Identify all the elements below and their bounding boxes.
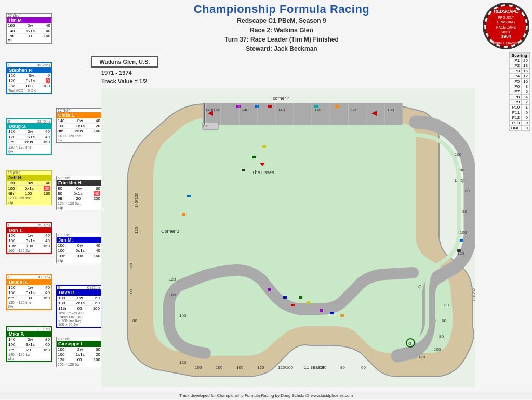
- svg-rect-52: [236, 105, 241, 108]
- main-title: Championship Formula Racing: [83, 3, 480, 16]
- page-header: Championship Formula Racing Redscape C1 …: [83, 3, 480, 54]
- svg-rect-69: [320, 309, 323, 312]
- svg-text:100: 100: [236, 365, 244, 370]
- svg-text:Corner 3: Corner 3: [161, 229, 179, 234]
- svg-text:RACE CARS: RACE CARS: [496, 25, 516, 29]
- svg-text:100: 100: [129, 289, 134, 296]
- player-card-doug: B21 (5th) Doug S. 1200w40 1200x1s40 3rd1…: [6, 118, 52, 155]
- track-years: 1971 - 1974: [101, 70, 132, 76]
- svg-rect-55: [314, 105, 318, 108]
- svg-text:100: 100: [434, 347, 441, 352]
- svg-text:The Esses: The Esses: [252, 170, 274, 175]
- svg-rect-59: [242, 169, 245, 171]
- svg-rect-61: [182, 213, 185, 216]
- footer: Track developed for Championship Formula…: [0, 392, 532, 399]
- track-value: Track Value = 1/2: [101, 78, 147, 84]
- svg-text:100: 100: [387, 108, 394, 112]
- svg-text:60: 60: [442, 318, 446, 323]
- jim-name: Jim M.: [57, 237, 101, 243]
- svg-text:100: 100: [216, 365, 223, 370]
- giuseppe-name: Giuseppe I.: [57, 341, 101, 347]
- svg-rect-63: [283, 296, 287, 299]
- svg-text:80: 80: [439, 334, 444, 339]
- svg-text:120/100: 120/100: [278, 365, 293, 370]
- svg-rect-65: [291, 304, 295, 306]
- stephen-name: Stephen P.: [7, 67, 51, 73]
- player-card-dave: B0 (12th) Dave B. 1000w60 1802x1s60 11th…: [56, 285, 102, 328]
- svg-text:PROUDLY: PROUDLY: [498, 16, 514, 19]
- svg-text:60: 60: [465, 189, 470, 193]
- franklin-name: Franklin H.: [57, 180, 101, 186]
- svg-text:140: 140: [314, 108, 322, 112]
- svg-text:120: 120: [129, 263, 134, 270]
- svg-text:80: 80: [460, 168, 464, 172]
- track-name-box: Watkins Glen, U.S.: [91, 56, 158, 68]
- svg-text:80: 80: [132, 318, 137, 323]
- svg-text:100: 100: [320, 365, 327, 370]
- logo: REDSCAPE PROUDLY CRASHING RACE CARS SINC…: [483, 3, 529, 49]
- svg-text:G: G: [408, 341, 411, 346]
- chris-name: Chris L.: [57, 112, 101, 118]
- scoring-table: Scoring P125 P218 P315 P412 P510 P68 P76…: [509, 52, 530, 131]
- track-diagram: 140/120 140 140 140 120 100 corner 4 Loo…: [101, 88, 475, 387]
- svg-rect-56: [335, 105, 339, 108]
- tim-name: Tim M: [7, 17, 51, 23]
- don-name: Don T.: [7, 227, 51, 233]
- svg-text:120: 120: [179, 360, 187, 365]
- svg-text:120: 120: [169, 277, 176, 282]
- svg-text:140/120: 140/120: [134, 193, 139, 208]
- svg-text:80: 80: [340, 365, 345, 370]
- svg-rect-70: [330, 312, 334, 314]
- svg-text:corner 4: corner 4: [273, 96, 290, 101]
- svg-rect-58: [252, 156, 256, 158]
- dave-name: Dave B.: [57, 289, 101, 296]
- svg-text:100: 100: [195, 365, 202, 370]
- jeff-name: Jeff H.: [7, 175, 51, 181]
- svg-text:100: 100: [169, 292, 176, 297]
- player-card-tim: 27 (3rd) Tim M 1600w40 1401x1s40 1st1001…: [6, 13, 52, 44]
- player-card-jeff: 13 (6th) Jeff H. 1200w40 1000x1s20 4th10…: [6, 170, 52, 205]
- logo-svg: REDSCAPE PROUDLY CRASHING RACE CARS SINC…: [484, 3, 528, 49]
- svg-rect-71: [340, 314, 344, 317]
- footer-text: Track developed for Championship Formula…: [179, 393, 353, 398]
- svg-text:100: 100: [179, 313, 187, 318]
- svg-text:120: 120: [418, 355, 425, 359]
- bruce-name: Bruce R.: [7, 279, 51, 285]
- player-card-bruce: B18 (8th) Bruce R. 1201w40 1000x1s40 6th…: [6, 274, 52, 310]
- svg-rect-53: [255, 105, 259, 108]
- subtitle-4: Steward: Jack Beckman: [83, 44, 480, 54]
- player-card-jim: 1 (11th) Jim M. 1000w40 1000x1s40 10th10…: [56, 233, 102, 263]
- svg-rect-68: [457, 249, 461, 252]
- svg-rect-60: [187, 195, 191, 197]
- svg-rect-62: [268, 288, 271, 291]
- svg-text:60: 60: [361, 365, 366, 370]
- svg-text:120: 120: [257, 365, 264, 370]
- player-card-don: B25 (4th) Don T. 1601w40 1003x1s40 10th1…: [6, 222, 52, 254]
- svg-rect-67: [460, 239, 463, 242]
- subtitle-3: Turn 37: Race Leader (Tim M) Finished: [83, 35, 480, 44]
- svg-text:80: 80: [444, 303, 449, 308]
- subtitle-2: Race 2: Watkins Glen: [83, 25, 480, 35]
- mike-name: Mike P.: [7, 331, 51, 337]
- subtitle-1: Redscape C1 PBeM, Season 9: [83, 16, 480, 25]
- svg-rect-64: [299, 296, 302, 299]
- svg-rect-91: [204, 103, 205, 125]
- svg-text:100: 100: [460, 230, 467, 235]
- svg-text:120/100: 120/100: [472, 286, 475, 301]
- svg-text:REDSCAPE: REDSCAPE: [494, 9, 518, 14]
- svg-text:120: 120: [351, 108, 358, 112]
- tim-pos-label: 27 (3rd): [8, 14, 21, 17]
- player-card-franklin: 6 (10th) Franklin H. 800w60 800x1s40 9th…: [56, 176, 102, 210]
- svg-text:100: 100: [455, 152, 462, 157]
- svg-text:140: 140: [242, 108, 249, 112]
- svg-text:SINCE: SINCE: [501, 30, 512, 34]
- svg-text:120: 120: [134, 226, 139, 234]
- svg-text:140: 140: [278, 108, 285, 112]
- track-name: Watkins Glen, U.S.: [100, 59, 150, 65]
- svg-rect-57: [262, 145, 266, 148]
- svg-rect-54: [268, 105, 272, 108]
- svg-text:80: 80: [462, 209, 467, 214]
- doug-name: Doug S.: [7, 123, 51, 129]
- svg-text:1984: 1984: [501, 34, 511, 39]
- player-card-chris: 12 (9th) Chris L. 1400w40 1001x1s20 8th1…: [56, 108, 102, 143]
